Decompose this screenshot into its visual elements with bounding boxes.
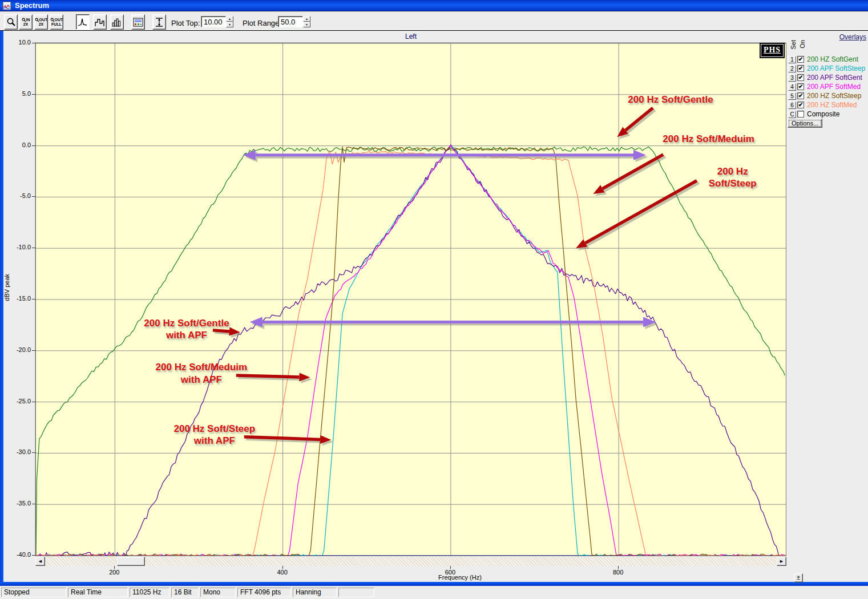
- overlay-label: 200 HZ SoftMed: [807, 101, 857, 109]
- y-tick-mark: [32, 196, 35, 197]
- annotation-label: 200 Hz Soft/Meduimwith APF: [156, 361, 248, 386]
- on-column-header: On: [799, 40, 806, 48]
- set-column-header: Set: [790, 40, 797, 50]
- spectrum-chart: [36, 43, 786, 556]
- overlay-label: 200 APF SoftMed: [807, 83, 861, 91]
- overlay-row: 3✔200 APF SoftGent: [788, 73, 865, 82]
- display-options-button[interactable]: [131, 14, 145, 30]
- status-panel: FFT 4096 pts: [237, 588, 291, 597]
- overlay-row: 5✔200 HZ SoftSteep: [788, 91, 865, 100]
- overlay-row: 4✔200 APF SoftMed: [788, 82, 865, 91]
- annotation-label: 200 HzSoft/Steep: [709, 165, 757, 189]
- y-tick-mark: [32, 299, 35, 300]
- scroll-right-button[interactable]: ▶: [777, 557, 786, 566]
- overlay-row: 1✔200 HZ SoftGent: [788, 55, 865, 64]
- plot-top-label: Plot Top:: [171, 19, 200, 27]
- vertical-range-button[interactable]: [152, 14, 166, 30]
- y-tick-mark: [32, 504, 35, 504]
- y-axis-title: dBV peak: [3, 274, 10, 301]
- line-plot-button[interactable]: [76, 14, 90, 30]
- channel-label: Left: [35, 33, 786, 41]
- status-panel: Hanning: [293, 588, 337, 597]
- plot-area[interactable]: 200 Hz Soft/Gentle200 Hz Soft/Meduim200 …: [35, 43, 786, 556]
- y-tick-mark: [32, 452, 35, 453]
- plot-range-label: Plot Range:: [243, 19, 281, 27]
- plot-range-spinner[interactable]: ▲▼: [303, 16, 310, 27]
- spectrum-curve-icon: [78, 17, 88, 27]
- zoom-out-2x-button[interactable]: OUT 2X: [34, 14, 48, 30]
- status-panel: 16 Bit: [171, 588, 199, 597]
- y-tick-mark: [32, 145, 35, 146]
- overlay-on-checkbox[interactable]: [797, 111, 804, 118]
- bar-plot-button[interactable]: [110, 14, 124, 30]
- y-tick-mark: [32, 43, 35, 43]
- overlay-rows: 1✔200 HZ SoftGent2✔200 APF SoftSteep3✔20…: [788, 55, 865, 119]
- y-tick-mark: [32, 94, 35, 95]
- x-tick-label: 200: [97, 569, 131, 576]
- x-tick-label: 800: [601, 569, 635, 576]
- overlay-on-checkbox[interactable]: ✔: [797, 102, 804, 108]
- overlay-set-button[interactable]: 2: [788, 65, 796, 72]
- title-bar[interactable]: Spectrum: [0, 0, 868, 11]
- y-tick-mark: [32, 248, 35, 248]
- overlay-on-checkbox[interactable]: ✔: [797, 83, 804, 90]
- spin-up-icon[interactable]: ▲: [226, 16, 233, 22]
- spin-down-icon[interactable]: ▼: [303, 22, 310, 27]
- spin-up-icon[interactable]: ▲: [303, 16, 310, 22]
- status-panel: 11025 Hz: [130, 588, 169, 597]
- y-tick-label: -30.0: [2, 448, 31, 455]
- y-tick-label: 5.0: [2, 90, 31, 97]
- horizontal-scrollbar[interactable]: ◀ ▶: [35, 557, 786, 566]
- plot-range-input[interactable]: [278, 16, 303, 27]
- y-tick-label: -35.0: [2, 500, 31, 507]
- stepped-plot-button[interactable]: [93, 14, 107, 30]
- zoom-button[interactable]: [4, 14, 18, 30]
- spectrum-window: Spectrum IN 2X OUT 2X OUT FULL: [0, 0, 868, 599]
- annotation-label: 200 Hz Soft/Steepwith APF: [174, 423, 256, 447]
- phs-logo: PHS: [760, 43, 785, 58]
- scroll-left-button[interactable]: ◀: [35, 557, 45, 566]
- zoom-in-2x-button[interactable]: IN 2X: [19, 14, 33, 30]
- window-bottom-border: [0, 582, 868, 586]
- y-tick-label: -40.0: [2, 551, 31, 558]
- window-left-border: [0, 31, 3, 582]
- plot-top-input[interactable]: [201, 16, 226, 27]
- x-tick-label: 400: [265, 569, 300, 576]
- histogram-icon: [112, 17, 122, 27]
- overlay-set-button[interactable]: 3: [788, 74, 796, 82]
- y-tick-label: 0.0: [2, 141, 31, 148]
- plot-top-spinner[interactable]: ▲▼: [226, 16, 233, 27]
- stepped-curve-icon: [95, 17, 105, 27]
- annotation-label: 200 Hz Soft/Gentlewith APF: [144, 317, 229, 342]
- overlay-on-checkbox[interactable]: ✔: [797, 56, 804, 63]
- overlay-row: CComposite: [788, 110, 865, 119]
- y-tick-label: -25.0: [2, 398, 31, 404]
- status-bar: StoppedReal Time11025 Hz16 BitMonoFFT 40…: [0, 586, 868, 599]
- y-tick-mark: [32, 350, 35, 351]
- y-tick-label: -5.0: [2, 192, 31, 199]
- toolbar: IN 2X OUT 2X OUT FULL: [0, 11, 868, 31]
- overlay-label: 200 HZ SoftGent: [807, 55, 858, 63]
- options-button[interactable]: Options...: [788, 119, 822, 128]
- spin-down-icon[interactable]: ▼: [226, 22, 233, 27]
- status-panel: [338, 588, 374, 597]
- overlay-set-button[interactable]: C: [788, 111, 796, 118]
- overlay-set-button[interactable]: 4: [788, 83, 796, 91]
- zoom-out-full-button[interactable]: OUT FULL: [50, 14, 63, 30]
- overlays-link[interactable]: Overlays: [839, 33, 866, 41]
- vertical-range-icon: [154, 17, 164, 27]
- overlay-on-checkbox[interactable]: ✔: [797, 74, 804, 81]
- overlay-on-checkbox[interactable]: ✔: [797, 65, 804, 72]
- overlay-row: 2✔200 APF SoftSteep: [788, 64, 865, 73]
- magnifier-icon: [50, 18, 55, 22]
- y-tick-label: -10.0: [2, 244, 31, 250]
- scrollbar-thumb[interactable]: [117, 557, 145, 566]
- overlay-set-button[interactable]: 1: [788, 56, 796, 63]
- overlays-panel: Overlays Set On 1✔200 HZ SoftGent2✔200 A…: [788, 32, 868, 132]
- overlay-on-checkbox[interactable]: ✔: [797, 92, 804, 99]
- status-panel: Mono: [200, 588, 236, 597]
- overlay-set-button[interactable]: 6: [788, 102, 796, 109]
- plus-minus-button[interactable]: ±: [794, 573, 803, 582]
- annotation-label: 200 Hz Soft/Meduim: [663, 133, 754, 145]
- overlay-set-button[interactable]: 5: [788, 92, 796, 100]
